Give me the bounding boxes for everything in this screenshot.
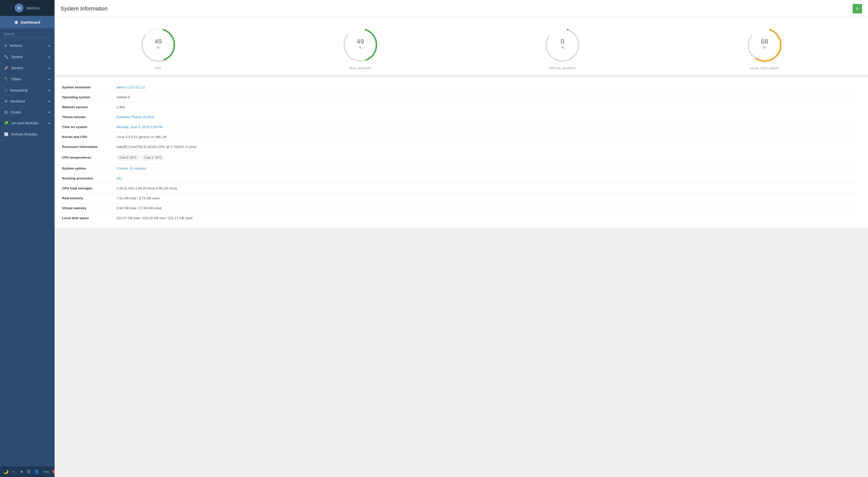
info-val-theme-version[interactable]: Authentic Theme 18.49-8	[117, 115, 861, 119]
info-key-webmin-version: Webmin version	[62, 105, 112, 109]
info-row-time: Time on system Monday, June 2, 2018 3:34…	[62, 122, 861, 132]
sidebar-item-webmin-label: Webmin	[10, 44, 22, 48]
gauge-local-disk-label: LOCAL DISK SPACE	[750, 67, 779, 70]
networking-nav-icon: 🛡	[4, 88, 8, 92]
info-row-load: CPU load averages 1.50 (1 min) 1.08 (5 m…	[62, 183, 861, 193]
refresh-modules-nav-icon: 🔄	[4, 132, 9, 137]
logout-icon[interactable]: 🔴	[52, 469, 55, 474]
info-key-load: CPU load averages	[62, 186, 112, 190]
share-icon[interactable]: ⛓	[27, 470, 31, 474]
search-input[interactable]	[3, 31, 52, 37]
info-val-real-memory: 7.51 GB total / 3.75 GB used	[117, 196, 861, 200]
gauge-local-disk: 68 % LOCAL DISK SPACE	[742, 25, 787, 70]
page-header: System Information ↻	[55, 0, 868, 18]
main-content: System Information ↻ 49 % CPU 49	[55, 0, 868, 477]
page-title: System Information	[61, 5, 107, 12]
info-key-uptime: System uptime	[62, 167, 112, 170]
info-row-hostname: System hostname demo.c (127.0.1.1)	[62, 82, 861, 92]
sidebar-item-dashboard[interactable]: ◉ Dashboard	[0, 16, 55, 28]
info-val-load: 1.50 (1 min) 1.08 (5 mins) 0.96 (15 mins…	[117, 186, 861, 190]
info-key-processes: Running processes	[62, 176, 112, 180]
webmin-logo-icon: ⚙	[14, 3, 24, 12]
info-row-disk-space: Local disk space 323.37 GB total / 102.2…	[62, 213, 861, 223]
sidebar-item-refresh-modules[interactable]: 🔄 Refresh Modules	[0, 129, 55, 140]
info-val-kernel: Linux 4.4.0-21-generic on x86_64	[117, 135, 861, 139]
info-section: System hostname demo.c (127.0.1.1) Opera…	[55, 78, 868, 228]
info-key-virtual-memory: Virtual memory	[62, 206, 112, 210]
info-row-uptime: System uptime 3 hours, 21 minutes	[62, 163, 861, 174]
info-val-disk-space: 323.37 GB total / 102.26 GB free / 221.1…	[117, 216, 861, 220]
info-val-processor: Intel(R) Core(TM) i5-4210U CPU @ 1.70GHz…	[117, 145, 861, 149]
search-container	[0, 28, 55, 40]
info-key-kernel: Kernel and CPU	[62, 135, 112, 139]
user-icon[interactable]: 👤	[34, 469, 39, 474]
unused-modules-nav-icon: 🧩	[4, 121, 9, 125]
info-row-theme-version: Theme version Authentic Theme 18.49-8	[62, 112, 861, 122]
sidebar-webmin-header: ⚙ Webmin	[0, 0, 55, 16]
info-val-processes[interactable]: 241	[117, 176, 861, 180]
gauge-real-memory-svg: 49 %	[341, 25, 380, 65]
sidebar-toolbar: 🌙 >_ ★ ⛓ 👤 root 🔴	[0, 466, 55, 477]
gauge-cpu-label: CPU	[155, 67, 161, 70]
gauge-real-memory-label: REAL MEMORY	[349, 67, 372, 70]
sidebar-item-hardware[interactable]: 🖥 Hardware ▶	[0, 96, 55, 107]
info-key-hostname: System hostname	[62, 85, 112, 89]
svg-text:%: %	[763, 46, 766, 50]
sidebar-item-refresh-modules-label: Refresh Modules	[11, 132, 37, 136]
others-nav-icon: 🔨	[4, 77, 9, 81]
info-val-os: Debian 9	[117, 95, 861, 99]
chevron-right-icon: ▶	[49, 56, 51, 58]
webmin-nav-icon: ⚙	[4, 43, 7, 48]
info-key-temps: CPU temperatures	[62, 156, 112, 159]
chevron-right-icon: ▶	[49, 100, 51, 102]
sidebar-item-cluster[interactable]: ⏻ Cluster ▶	[0, 107, 55, 118]
theme-toggle-icon[interactable]: 🌙	[3, 469, 8, 474]
svg-text:68: 68	[761, 38, 768, 45]
info-row-webmin-version: Webmin version 1.850	[62, 102, 861, 112]
svg-text:%: %	[561, 46, 564, 50]
sidebar: ⚙ Webmin ◉ Dashboard ⚙ Webmin ▶ 🔧 System…	[0, 0, 55, 477]
refresh-button[interactable]: ↻	[852, 4, 862, 13]
info-val-time: Monday, June 2, 2018 3:34 PM	[117, 125, 861, 129]
sidebar-item-unused-modules-label: Un-used Modules	[11, 121, 38, 125]
info-key-theme-version: Theme version	[62, 115, 112, 119]
gauge-virtual-memory-label: VIRTUAL MEMORY	[548, 67, 576, 70]
sidebar-webmin-label: Webmin	[27, 6, 40, 10]
info-val-temps: Core 0: 52°C Core 1: 54°C	[117, 155, 861, 160]
gauge-cpu-svg: 49 %	[138, 25, 178, 65]
sidebar-item-others[interactable]: 🔨 Others ▶	[0, 74, 55, 85]
terminal-icon[interactable]: >_	[12, 470, 17, 474]
nav-menu: ⚙ Webmin ▶ 🔧 System ▶ 🚀 Servers ▶ 🔨 Othe…	[0, 40, 55, 140]
sidebar-item-unused-modules[interactable]: 🧩 Un-used Modules ▶	[0, 118, 55, 129]
chevron-right-icon: ▶	[49, 78, 51, 81]
info-val-hostname[interactable]: demo.c (127.0.1.1)	[117, 85, 861, 89]
info-val-virtual-memory: 3.64 GB total / 17.83 MB used	[117, 206, 861, 210]
temp-badge-core0: Core 0: 52°C	[117, 155, 140, 160]
svg-text:%: %	[156, 46, 159, 50]
chevron-right-icon: ▶	[49, 111, 51, 113]
root-label: root	[43, 470, 49, 474]
info-row-processor: Processor information Intel(R) Core(TM) …	[62, 142, 861, 152]
info-row-kernel: Kernel and CPU Linux 4.4.0-21-generic on…	[62, 132, 861, 142]
svg-text:0: 0	[560, 38, 564, 45]
info-row-processes: Running processes 241	[62, 174, 861, 183]
sidebar-item-networking-label: Networking	[10, 88, 28, 92]
gauges-section: 49 % CPU 49 % REAL MEMORY 0 % VIRTUAL M	[55, 18, 868, 75]
gauge-cpu: 49 % CPU	[136, 25, 181, 70]
sidebar-item-servers-label: Servers	[11, 66, 23, 70]
info-key-real-memory: Real memory	[62, 196, 112, 200]
sidebar-item-system[interactable]: 🔧 System ▶	[0, 51, 55, 63]
info-row-real-memory: Real memory 7.51 GB total / 3.75 GB used	[62, 193, 861, 203]
info-key-os: Operating system	[62, 95, 112, 99]
favorites-icon[interactable]: ★	[20, 469, 23, 474]
sidebar-item-servers[interactable]: 🚀 Servers ▶	[0, 63, 55, 74]
gauge-virtual-memory: 0 % VIRTUAL MEMORY	[540, 25, 585, 70]
system-nav-icon: 🔧	[4, 55, 9, 59]
info-key-processor: Processor information	[62, 145, 112, 149]
sidebar-dashboard-label: Dashboard	[21, 20, 40, 24]
sidebar-item-cluster-label: Cluster	[10, 110, 21, 114]
sidebar-item-webmin[interactable]: ⚙ Webmin ▶	[0, 40, 55, 51]
info-val-uptime: 3 hours, 21 minutes	[117, 167, 861, 170]
sidebar-item-others-label: Others	[11, 77, 22, 81]
sidebar-item-networking[interactable]: 🛡 Networking ▶	[0, 85, 55, 96]
